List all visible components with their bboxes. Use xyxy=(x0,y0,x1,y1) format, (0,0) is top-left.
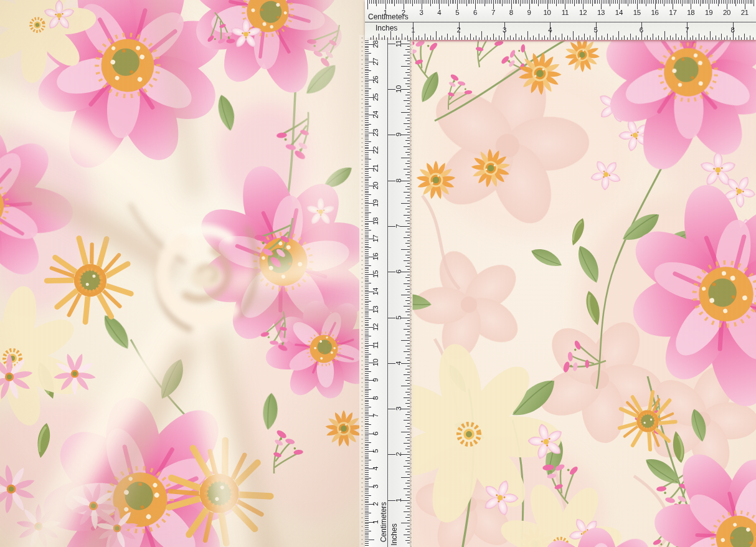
sixteenth-inch-tick xyxy=(407,463,410,464)
sixteenth-inch-tick xyxy=(407,446,410,447)
cm-tick xyxy=(648,0,648,4)
sixteenth-inch-tick xyxy=(401,409,410,409)
cm-number: 13 xyxy=(372,306,379,313)
cm-number: 27 xyxy=(372,58,379,65)
sixteenth-inch-tick xyxy=(690,37,691,40)
cm-tick xyxy=(549,0,549,4)
cm-number: 11 xyxy=(562,9,569,16)
horizontal-ruler-inch-label: Inches xyxy=(376,24,397,32)
cm-tick xyxy=(669,0,670,4)
sixteenth-inch-tick xyxy=(407,354,410,355)
cm-tick xyxy=(365,76,369,77)
sixteenth-inch-tick xyxy=(405,209,410,209)
sixteenth-inch-tick xyxy=(439,37,440,40)
cm-tick xyxy=(365,200,369,201)
cm-tick xyxy=(365,369,369,370)
sixteenth-inch-tick xyxy=(401,89,410,90)
sixteenth-inch-tick xyxy=(473,37,474,40)
sixteenth-inch-tick xyxy=(407,338,410,338)
cm-tick xyxy=(365,352,369,353)
sixteenth-inch-tick xyxy=(405,106,410,107)
cm-number: 14 xyxy=(615,9,623,16)
sixteenth-inch-tick xyxy=(587,37,588,40)
cm-tick xyxy=(658,0,659,4)
sixteenth-inch-tick xyxy=(564,37,565,40)
cm-tick xyxy=(461,0,461,4)
cm-tick xyxy=(625,0,625,4)
sixteenth-inch-tick xyxy=(559,37,559,40)
sixteenth-inch-tick xyxy=(405,152,410,153)
cm-tick xyxy=(365,188,369,188)
sixteenth-inch-tick xyxy=(407,132,410,133)
cm-tick xyxy=(365,520,369,521)
cm-tick xyxy=(365,432,369,432)
cm-tick xyxy=(509,0,510,4)
cm-tick xyxy=(436,0,437,4)
cm-tick xyxy=(674,0,675,4)
cm-tick xyxy=(526,0,526,4)
cm-tick xyxy=(369,0,370,4)
cm-tick xyxy=(475,0,476,9)
cm-tick xyxy=(587,0,587,4)
cm-number: 12 xyxy=(372,323,379,331)
cm-tick xyxy=(400,0,400,4)
cm-tick xyxy=(365,117,369,117)
sixteenth-inch-tick xyxy=(407,149,410,150)
sixteenth-inch-tick xyxy=(719,37,719,40)
cm-tick xyxy=(365,506,369,507)
cm-number: 11 xyxy=(372,341,379,348)
sixteenth-inch-tick xyxy=(405,232,410,232)
cm-tick xyxy=(398,0,399,4)
cm-tick xyxy=(365,329,369,330)
sixteenth-inch-tick xyxy=(401,432,410,432)
cm-tick xyxy=(365,251,369,252)
cm-tick xyxy=(365,335,369,335)
cm-tick xyxy=(743,0,744,4)
cm-tick xyxy=(455,0,456,4)
sixteenth-inch-tick xyxy=(401,295,410,295)
cm-tick xyxy=(376,0,377,6)
cm-number: 2 xyxy=(372,502,379,506)
sixteenth-inch-tick xyxy=(390,31,391,40)
cm-tick xyxy=(365,470,369,471)
cm-tick xyxy=(365,175,369,176)
cm-tick xyxy=(394,0,395,6)
sixteenth-inch-tick xyxy=(670,36,671,40)
cm-tick xyxy=(365,258,369,259)
cm-tick xyxy=(443,0,443,4)
sixteenth-inch-tick xyxy=(493,34,494,40)
sixteenth-inch-tick xyxy=(407,109,410,110)
cm-tick xyxy=(569,0,569,4)
cm-tick xyxy=(365,145,369,146)
cm-tick xyxy=(365,108,369,108)
cm-number: 1 xyxy=(384,9,387,16)
cm-tick xyxy=(550,0,551,4)
sixteenth-inch-tick xyxy=(470,34,471,40)
cm-tick xyxy=(365,389,371,390)
cm-tick xyxy=(365,285,369,285)
cm-tick xyxy=(562,0,562,4)
sixteenth-inch-tick xyxy=(684,37,685,40)
sixteenth-inch-tick xyxy=(405,495,410,495)
cm-tick xyxy=(382,0,382,4)
cm-number: 7 xyxy=(491,9,495,16)
sixteenth-inch-tick xyxy=(401,272,410,272)
cm-tick xyxy=(365,405,369,406)
cm-tick xyxy=(365,368,369,369)
cm-tick xyxy=(365,81,369,82)
sixteenth-inch-tick xyxy=(616,37,617,40)
sixteenth-inch-tick xyxy=(407,429,410,429)
sixteenth-inch-tick xyxy=(404,306,410,307)
cm-tick xyxy=(365,163,369,163)
cm-tick xyxy=(365,302,369,303)
cm-tick xyxy=(365,47,369,48)
cm-tick xyxy=(597,0,598,4)
cm-tick xyxy=(365,95,369,96)
cm-tick xyxy=(365,502,369,503)
sixteenth-inch-tick xyxy=(656,37,656,40)
cm-tick xyxy=(365,124,371,125)
cm-tick xyxy=(365,55,369,55)
sixteenth-inch-tick xyxy=(430,36,431,40)
cm-tick xyxy=(365,495,371,496)
cm-tick xyxy=(365,223,369,224)
